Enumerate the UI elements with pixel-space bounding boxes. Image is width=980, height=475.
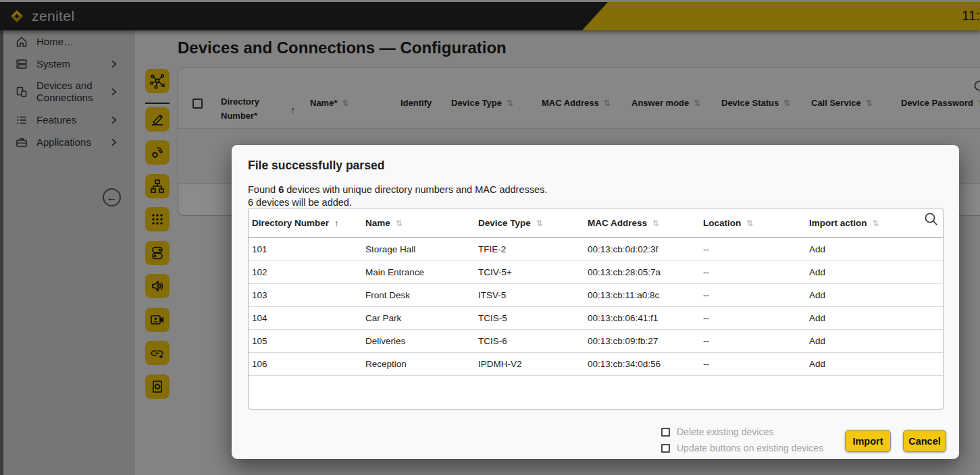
cell-directory-number: 104 <box>249 313 362 323</box>
cell-location: -- <box>700 244 806 254</box>
modal-title: File successfully parsed <box>248 159 384 173</box>
cell-mac-address: 00:13:cb:09:fb:27 <box>584 336 700 346</box>
cell-name: Storage Hall <box>362 244 475 254</box>
sort-icon: ⇅ <box>873 219 879 228</box>
col-directory-number[interactable]: Directory Number↑ <box>249 218 362 228</box>
col-location[interactable]: Location⇅ <box>700 218 806 228</box>
option-update-buttons: Update buttons on existing devices <box>661 443 823 453</box>
cell-location: -- <box>700 313 806 323</box>
import-button[interactable]: Import <box>845 430 891 452</box>
cell-directory-number: 101 <box>249 244 362 254</box>
sort-icon: ⇅ <box>746 219 753 228</box>
delete-existing-checkbox[interactable] <box>661 428 670 437</box>
checkbox-label: Update buttons on existing devices <box>677 443 823 453</box>
cell-location: -- <box>700 290 806 300</box>
cell-import-action: Add <box>806 336 943 346</box>
col-import-action[interactable]: Import action⇅ <box>806 218 943 228</box>
modal-summary: Found 6 devices with unique directory nu… <box>248 184 547 209</box>
cell-device-type: TCIS-6 <box>475 336 584 346</box>
cell-name: Main Entrance <box>362 267 475 277</box>
cell-mac-address: 00:13:cb:11:a0:8c <box>584 290 700 300</box>
table-row: 102 Main Entrance TCIV-5+ 00:13:cb:28:05… <box>249 261 943 284</box>
found-text-suffix: devices with unique directory numbers an… <box>284 184 547 195</box>
cell-name: Front Desk <box>362 290 475 300</box>
cell-import-action: Add <box>806 290 943 300</box>
cell-name: Deliveries <box>362 336 475 346</box>
search-icon[interactable] <box>923 211 939 227</box>
col-mac-address[interactable]: MAC Address⇅ <box>584 218 700 228</box>
cell-import-action: Add <box>806 267 943 277</box>
cell-import-action: Add <box>806 313 943 323</box>
cell-directory-number: 102 <box>249 267 362 277</box>
cancel-button[interactable]: Cancel <box>903 430 946 452</box>
import-preview-table: Directory Number↑ Name⇅ Device Type⇅ MAC… <box>248 208 944 410</box>
cell-import-action: Add <box>806 359 943 369</box>
col-name[interactable]: Name⇅ <box>362 218 475 228</box>
found-text-prefix: Found <box>248 184 278 195</box>
cell-device-type: TCIS-5 <box>475 313 584 323</box>
table-row: 103 Front Desk ITSV-5 00:13:cb:11:a0:8c … <box>249 284 943 307</box>
import-parse-result-modal: File successfully parsed Found 6 devices… <box>232 145 959 459</box>
cell-location: -- <box>700 267 806 277</box>
cell-mac-address: 00:13:cb:0d:02:3f <box>584 244 700 254</box>
cell-device-type: TFIE-2 <box>475 244 584 254</box>
update-buttons-checkbox[interactable] <box>661 444 670 453</box>
table-row: 105 Deliveries TCIS-6 00:13:cb:09:fb:27 … <box>249 330 943 353</box>
app-window: zenitel 11: Home… System <box>0 0 980 475</box>
sort-ascending-icon: ↑ <box>334 218 339 228</box>
table-row: 104 Car Park TCIS-5 00:13:cb:06:41:f1 --… <box>249 307 943 330</box>
devices-added-text: 6 devices will be added. <box>248 197 352 208</box>
option-delete-existing: Delete existing devices <box>661 426 823 437</box>
cell-mac-address: 00:13:cb:34:0d:56 <box>584 359 700 369</box>
cell-location: -- <box>700 359 806 369</box>
sort-icon: ⇅ <box>536 219 543 228</box>
cell-directory-number: 105 <box>249 336 362 346</box>
cell-device-type: IPDMH-V2 <box>475 359 584 369</box>
checkbox-label: Delete existing devices <box>677 426 773 437</box>
cell-device-type: ITSV-5 <box>475 290 584 300</box>
cell-import-action: Add <box>806 244 943 254</box>
cell-mac-address: 00:13:cb:28:05:7a <box>584 267 700 277</box>
cell-location: -- <box>700 336 806 346</box>
cell-device-type: TCIV-5+ <box>475 267 584 277</box>
table-header-row: Directory Number↑ Name⇅ Device Type⇅ MAC… <box>249 208 943 238</box>
cell-name: Car Park <box>362 313 475 323</box>
cell-directory-number: 106 <box>249 359 362 369</box>
import-options: Delete existing devices Update buttons o… <box>661 426 823 459</box>
cell-directory-number: 103 <box>249 290 362 300</box>
sort-icon: ⇅ <box>396 219 403 228</box>
cell-mac-address: 00:13:cb:06:41:f1 <box>584 313 700 323</box>
sort-icon: ⇅ <box>652 219 659 228</box>
col-device-type[interactable]: Device Type⇅ <box>475 218 584 228</box>
cell-name: Reception <box>362 359 475 369</box>
table-row: 106 Reception IPDMH-V2 00:13:cb:34:0d:56… <box>249 353 943 376</box>
table-row: 101 Storage Hall TFIE-2 00:13:cb:0d:02:3… <box>249 238 943 261</box>
